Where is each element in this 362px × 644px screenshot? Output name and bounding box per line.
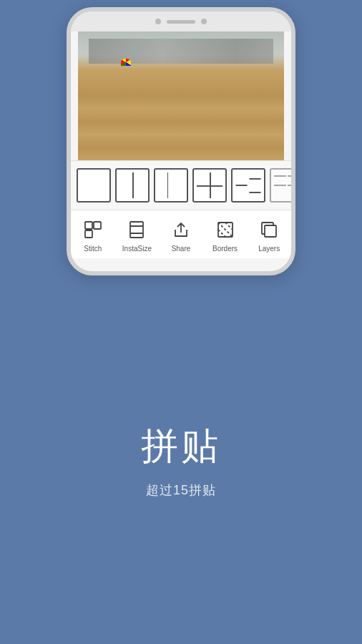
- hero-subtitle: 超过15拼贴: [146, 482, 216, 499]
- hero-title: 拼贴: [141, 421, 221, 472]
- svg-rect-0: [85, 222, 92, 229]
- instasize-icon: [124, 218, 149, 242]
- instasize-button[interactable]: InstaSize: [115, 215, 160, 255]
- layout-single[interactable]: [77, 168, 111, 203]
- stitch-label: Stitch: [84, 245, 102, 253]
- share-button[interactable]: Share: [159, 215, 203, 255]
- phone-mockup: Stitch InstaSize Share: [67, 7, 295, 275]
- layout-two-col[interactable]: [115, 168, 150, 203]
- layers-label: Layers: [258, 245, 280, 253]
- share-icon: [169, 218, 193, 242]
- photo-area: [78, 31, 284, 160]
- stitch-icon: [81, 218, 105, 242]
- phone-camera-2: [201, 19, 207, 24]
- phone-camera: [155, 19, 161, 24]
- layout-partial[interactable]: [270, 168, 291, 203]
- layers-icon: [257, 218, 281, 242]
- layout-two-unequal[interactable]: [154, 168, 188, 203]
- svg-rect-12: [265, 225, 276, 237]
- layout-four-grid[interactable]: [192, 168, 227, 203]
- svg-rect-3: [130, 222, 143, 238]
- svg-line-9: [225, 223, 233, 230]
- borders-button[interactable]: Borders: [203, 215, 248, 255]
- photo-overlay: [78, 31, 284, 160]
- borders-label: Borders: [212, 245, 238, 253]
- collage-selector[interactable]: [71, 160, 291, 210]
- layers-button[interactable]: Layers: [247, 215, 291, 255]
- instasize-label: InstaSize: [122, 245, 152, 253]
- svg-rect-1: [94, 222, 101, 229]
- svg-line-10: [218, 230, 225, 237]
- svg-line-8: [218, 223, 233, 237]
- stitch-button[interactable]: Stitch: [71, 215, 115, 255]
- share-label: Share: [172, 245, 191, 253]
- layout-big-small[interactable]: [231, 168, 265, 203]
- phone-top-bar: [71, 11, 291, 31]
- borders-icon: [213, 218, 238, 242]
- phone-speaker: [167, 20, 195, 24]
- bottom-section: 拼贴 超过15拼贴: [141, 275, 221, 644]
- toolbar: Stitch InstaSize Share: [71, 210, 291, 258]
- svg-rect-2: [85, 230, 92, 238]
